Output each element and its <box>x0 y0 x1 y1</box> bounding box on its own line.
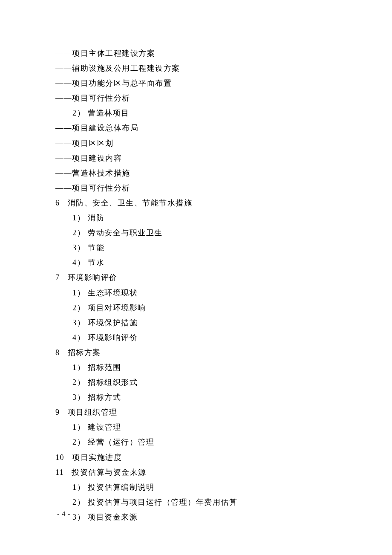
outline-line: 11 投资估算与资金来源 <box>55 465 349 480</box>
outline-line: 3） 招标方式 <box>72 390 349 405</box>
outline-line: 1） 招标范围 <box>72 360 349 375</box>
outline-line: 4） 节水 <box>72 255 349 270</box>
outline-line: 3） 项目资金来源 <box>72 510 349 525</box>
outline-line: 2） 项目对环境影响 <box>72 301 349 315</box>
outline-line: ——项目主体工程建设方案 <box>55 46 349 61</box>
outline-line: 10 项目实施进度 <box>55 450 349 465</box>
outline-line: 6 消防、安全、卫生、节能节水措施 <box>55 196 349 211</box>
outline-line: 9 项目组织管理 <box>55 405 349 420</box>
outline-line: 3） 节能 <box>72 240 349 255</box>
document-body: ——项目主体工程建设方案 ——辅助设施及公用工程建设方案 ——项目功能分区与总平… <box>0 0 392 525</box>
outline-line: 2） 招标组织形式 <box>72 375 349 390</box>
outline-line: 4） 环境影响评价 <box>72 330 349 345</box>
outline-line: 3） 环境保护措施 <box>72 315 349 330</box>
outline-line: ——项目可行性分析 <box>55 91 349 106</box>
outline-line: ——辅助设施及公用工程建设方案 <box>55 61 349 76</box>
outline-line: ——项目建设总体布局 <box>55 121 349 136</box>
outline-line: 2） 劳动安全与职业卫生 <box>72 225 349 240</box>
outline-line: 1） 建设管理 <box>72 420 349 435</box>
outline-line: 8 招标方案 <box>55 345 349 360</box>
outline-line: ——营造林技术措施 <box>55 166 349 181</box>
outline-line: 1） 消防 <box>72 211 349 225</box>
outline-line: ——项目区区划 <box>55 136 349 151</box>
outline-line: 1） 生态环境现状 <box>72 286 349 301</box>
outline-line: 2） 投资估算与项目运行（管理）年费用估算 <box>72 495 349 510</box>
outline-line: 1） 投资估算编制说明 <box>72 480 349 495</box>
outline-line: ——项目可行性分析 <box>55 181 349 196</box>
outline-line: 2） 经营（运行）管理 <box>72 435 349 450</box>
outline-line: 2） 营造林项目 <box>72 106 349 121</box>
page-number: - 4 - <box>57 507 70 521</box>
outline-line: ——项目建设内容 <box>55 151 349 166</box>
outline-line: ——项目功能分区与总平面布置 <box>55 76 349 91</box>
outline-line: 7 环境影响评价 <box>55 270 349 285</box>
